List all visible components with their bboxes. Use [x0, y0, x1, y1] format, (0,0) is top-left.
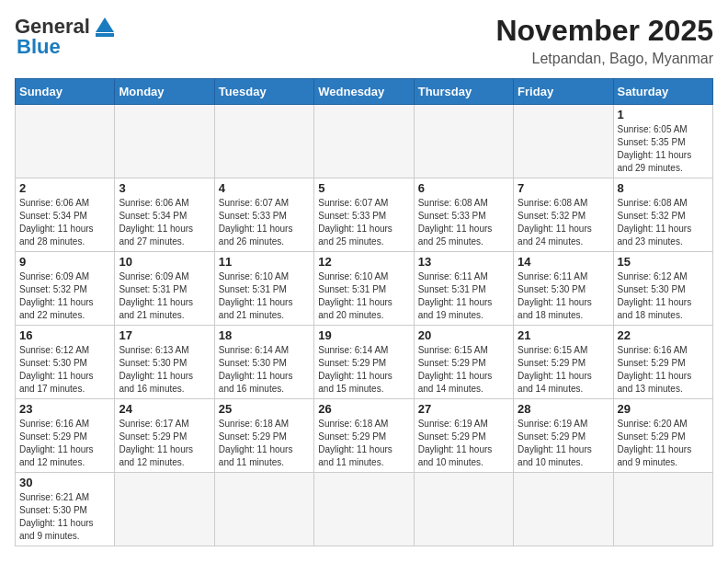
- calendar-cell: [16, 105, 115, 178]
- page-subtitle: Letpandan, Bago, Myanmar: [495, 51, 713, 67]
- calendar-cell: 18Sunrise: 6:14 AM Sunset: 5:30 PM Dayli…: [214, 326, 313, 399]
- calendar-cell: 9Sunrise: 6:09 AM Sunset: 5:32 PM Daylig…: [16, 252, 115, 326]
- calendar-week-row: 9Sunrise: 6:09 AM Sunset: 5:32 PM Daylig…: [16, 252, 713, 326]
- calendar-week-row: 23Sunrise: 6:16 AM Sunset: 5:29 PM Dayli…: [16, 399, 713, 473]
- header: General Blue November 2025 Letpandan, Ba…: [15, 15, 713, 67]
- day-number: 19: [318, 328, 409, 342]
- day-info: Sunrise: 6:07 AM Sunset: 5:33 PM Dayligh…: [219, 197, 310, 248]
- calendar-cell: [115, 105, 214, 178]
- calendar-cell: [214, 473, 313, 546]
- day-info: Sunrise: 6:08 AM Sunset: 5:33 PM Dayligh…: [418, 197, 509, 248]
- logo-blue-text: Blue: [17, 35, 61, 59]
- day-number: 20: [418, 328, 509, 342]
- day-info: Sunrise: 6:08 AM Sunset: 5:32 PM Dayligh…: [618, 197, 709, 248]
- calendar-header-tuesday: Tuesday: [214, 79, 313, 105]
- calendar-cell: 16Sunrise: 6:12 AM Sunset: 5:30 PM Dayli…: [16, 326, 115, 399]
- calendar-cell: [514, 105, 613, 178]
- day-info: Sunrise: 6:17 AM Sunset: 5:29 PM Dayligh…: [119, 418, 210, 469]
- day-number: 14: [518, 255, 609, 269]
- calendar-week-row: 30Sunrise: 6:21 AM Sunset: 5:30 PM Dayli…: [16, 473, 713, 546]
- day-info: Sunrise: 6:10 AM Sunset: 5:31 PM Dayligh…: [318, 270, 409, 322]
- calendar-cell: 29Sunrise: 6:20 AM Sunset: 5:29 PM Dayli…: [613, 399, 712, 473]
- calendar-cell: 8Sunrise: 6:08 AM Sunset: 5:32 PM Daylig…: [613, 178, 712, 252]
- day-number: 30: [19, 476, 110, 489]
- day-info: Sunrise: 6:06 AM Sunset: 5:34 PM Dayligh…: [19, 197, 110, 248]
- calendar-cell: 30Sunrise: 6:21 AM Sunset: 5:30 PM Dayli…: [16, 473, 115, 546]
- day-info: Sunrise: 6:16 AM Sunset: 5:29 PM Dayligh…: [618, 344, 709, 396]
- day-info: Sunrise: 6:11 AM Sunset: 5:30 PM Dayligh…: [518, 270, 609, 322]
- calendar-cell: [613, 473, 712, 546]
- day-number: 13: [418, 255, 509, 269]
- day-info: Sunrise: 6:21 AM Sunset: 5:30 PM Dayligh…: [19, 491, 110, 543]
- calendar-header-saturday: Saturday: [613, 79, 712, 105]
- day-number: 25: [219, 402, 310, 416]
- calendar-header-friday: Friday: [514, 79, 613, 105]
- day-number: 2: [19, 181, 110, 195]
- day-number: 29: [618, 402, 709, 416]
- day-number: 18: [219, 328, 310, 342]
- logo: General Blue: [15, 15, 114, 59]
- day-info: Sunrise: 6:19 AM Sunset: 5:29 PM Dayligh…: [418, 418, 509, 469]
- calendar-cell: 7Sunrise: 6:08 AM Sunset: 5:32 PM Daylig…: [514, 178, 613, 252]
- day-info: Sunrise: 6:14 AM Sunset: 5:30 PM Dayligh…: [219, 344, 310, 396]
- day-number: 4: [219, 181, 310, 195]
- calendar-cell: 2Sunrise: 6:06 AM Sunset: 5:34 PM Daylig…: [16, 178, 115, 252]
- calendar-header-sunday: Sunday: [16, 79, 115, 105]
- day-info: Sunrise: 6:06 AM Sunset: 5:34 PM Dayligh…: [119, 197, 210, 248]
- day-number: 15: [618, 255, 709, 269]
- calendar-cell: 26Sunrise: 6:18 AM Sunset: 5:29 PM Dayli…: [314, 399, 414, 473]
- calendar-cell: 1Sunrise: 6:05 AM Sunset: 5:35 PM Daylig…: [613, 105, 712, 178]
- day-number: 12: [318, 255, 409, 269]
- day-info: Sunrise: 6:18 AM Sunset: 5:29 PM Dayligh…: [219, 418, 310, 469]
- calendar-cell: 11Sunrise: 6:10 AM Sunset: 5:31 PM Dayli…: [214, 252, 313, 326]
- day-info: Sunrise: 6:12 AM Sunset: 5:30 PM Dayligh…: [618, 270, 709, 322]
- calendar-cell: [314, 105, 414, 178]
- calendar-cell: [514, 473, 613, 546]
- calendar-cell: 14Sunrise: 6:11 AM Sunset: 5:30 PM Dayli…: [514, 252, 613, 326]
- calendar-cell: 28Sunrise: 6:19 AM Sunset: 5:29 PM Dayli…: [514, 399, 613, 473]
- day-number: 28: [518, 402, 609, 416]
- calendar-header-row: SundayMondayTuesdayWednesdayThursdayFrid…: [16, 79, 713, 105]
- day-number: 10: [119, 255, 210, 269]
- day-info: Sunrise: 6:08 AM Sunset: 5:32 PM Dayligh…: [518, 197, 609, 248]
- day-info: Sunrise: 6:10 AM Sunset: 5:31 PM Dayligh…: [219, 270, 310, 322]
- calendar-cell: 22Sunrise: 6:16 AM Sunset: 5:29 PM Dayli…: [613, 326, 712, 399]
- day-number: 17: [119, 328, 210, 342]
- day-number: 16: [19, 328, 110, 342]
- calendar-cell: 21Sunrise: 6:15 AM Sunset: 5:29 PM Dayli…: [514, 326, 613, 399]
- calendar-cell: 4Sunrise: 6:07 AM Sunset: 5:33 PM Daylig…: [214, 178, 313, 252]
- calendar-cell: 5Sunrise: 6:07 AM Sunset: 5:33 PM Daylig…: [314, 178, 414, 252]
- day-info: Sunrise: 6:09 AM Sunset: 5:32 PM Dayligh…: [19, 270, 110, 322]
- day-info: Sunrise: 6:11 AM Sunset: 5:31 PM Dayligh…: [418, 270, 509, 322]
- calendar-cell: 17Sunrise: 6:13 AM Sunset: 5:30 PM Dayli…: [115, 326, 214, 399]
- calendar-table: SundayMondayTuesdayWednesdayThursdayFrid…: [15, 78, 713, 546]
- day-info: Sunrise: 6:20 AM Sunset: 5:29 PM Dayligh…: [618, 418, 709, 469]
- calendar-cell: [414, 105, 513, 178]
- calendar-cell: 27Sunrise: 6:19 AM Sunset: 5:29 PM Dayli…: [414, 399, 513, 473]
- day-info: Sunrise: 6:12 AM Sunset: 5:30 PM Dayligh…: [19, 344, 110, 396]
- page-title: November 2025: [495, 15, 713, 47]
- calendar-cell: [414, 473, 513, 546]
- calendar-cell: 13Sunrise: 6:11 AM Sunset: 5:31 PM Dayli…: [414, 252, 513, 326]
- calendar-week-row: 2Sunrise: 6:06 AM Sunset: 5:34 PM Daylig…: [16, 178, 713, 252]
- calendar-header-thursday: Thursday: [414, 79, 513, 105]
- day-number: 6: [418, 181, 509, 195]
- day-number: 7: [518, 181, 609, 195]
- calendar-cell: 6Sunrise: 6:08 AM Sunset: 5:33 PM Daylig…: [414, 178, 513, 252]
- day-number: 9: [19, 255, 110, 269]
- day-number: 21: [518, 328, 609, 342]
- calendar-cell: [115, 473, 214, 546]
- day-info: Sunrise: 6:18 AM Sunset: 5:29 PM Dayligh…: [318, 418, 409, 469]
- calendar-cell: 23Sunrise: 6:16 AM Sunset: 5:29 PM Dayli…: [16, 399, 115, 473]
- day-info: Sunrise: 6:14 AM Sunset: 5:29 PM Dayligh…: [318, 344, 409, 396]
- day-number: 23: [19, 402, 110, 416]
- day-number: 1: [618, 108, 709, 121]
- day-info: Sunrise: 6:05 AM Sunset: 5:35 PM Dayligh…: [618, 123, 709, 175]
- day-info: Sunrise: 6:13 AM Sunset: 5:30 PM Dayligh…: [119, 344, 210, 396]
- calendar-week-row: 16Sunrise: 6:12 AM Sunset: 5:30 PM Dayli…: [16, 326, 713, 399]
- calendar-cell: [214, 105, 313, 178]
- day-number: 8: [618, 181, 709, 195]
- day-info: Sunrise: 6:09 AM Sunset: 5:31 PM Dayligh…: [119, 270, 210, 322]
- day-number: 22: [618, 328, 709, 342]
- calendar-cell: 15Sunrise: 6:12 AM Sunset: 5:30 PM Dayli…: [613, 252, 712, 326]
